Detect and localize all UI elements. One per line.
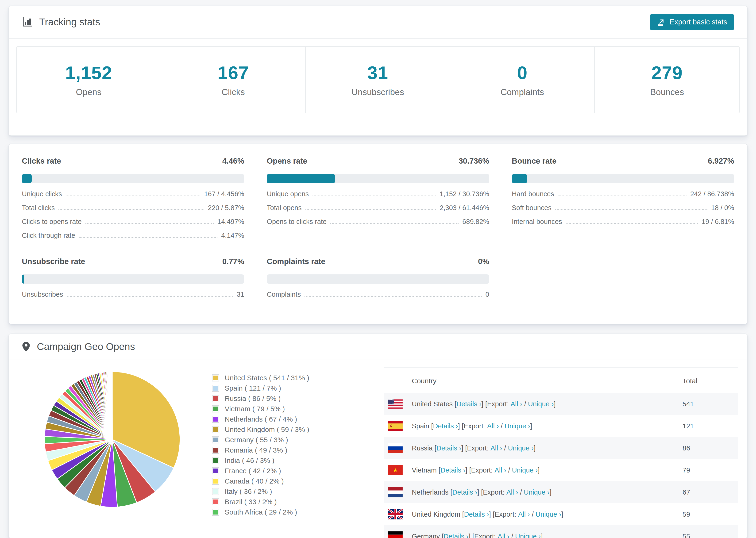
details-link[interactable]: Details › (464, 511, 489, 518)
rate-row-label: Total opens (267, 204, 301, 212)
flag-es-icon (388, 421, 403, 431)
rate-row-value: 220 / 5.87% (208, 204, 244, 212)
rate-row-label: Total clicks (22, 204, 55, 212)
rate-row-label: Unsubscribes (22, 291, 63, 298)
export-unique-link[interactable]: Unique › (515, 533, 541, 538)
legend-item: Italy ( 36 / 2% ) (212, 486, 365, 497)
rate-row-value: 689.82% (462, 218, 489, 226)
legend-swatch (212, 436, 219, 443)
export-all-link[interactable]: All › (495, 466, 506, 474)
country-name: Germany (412, 533, 440, 538)
stats-summary: 1,152 Opens 167 Clicks 31 Unsubscribes 0… (16, 46, 740, 113)
country-name: Spain (412, 422, 429, 430)
export-all-link[interactable]: All › (487, 422, 499, 430)
export-unique-link[interactable]: Unique › (536, 511, 561, 518)
export-unique-link[interactable]: Unique › (505, 422, 530, 430)
export-all-link[interactable]: All › (498, 533, 510, 538)
export-all-link[interactable]: All › (507, 488, 518, 496)
export-all-link[interactable]: All › (490, 444, 502, 452)
export-unique-link[interactable]: Unique › (524, 488, 550, 496)
rate-value: 30.736% (459, 157, 489, 166)
flag-vn-icon (388, 465, 403, 475)
geo-table-body: United States [Details ›] [Export: All ›… (384, 393, 738, 538)
details-link[interactable]: Details › (433, 422, 458, 430)
stat-value: 31 (367, 62, 388, 83)
rate-title: Complaints rate (267, 257, 325, 266)
country-total: 59 (682, 511, 738, 518)
rate-row: Unique clicks 167 / 4.456% (22, 187, 244, 201)
legend-item: Netherlands ( 67 / 4% ) (212, 414, 365, 424)
details-link[interactable]: Details › (441, 466, 465, 474)
rate-row-value: 1,152 / 30.736% (440, 190, 489, 198)
rate-row-value: 18 / 0% (711, 204, 734, 212)
country-name: United States (412, 400, 453, 408)
stat-card: 0 Complaints (450, 47, 595, 113)
geo-title: Campaign Geo Opens (22, 341, 135, 352)
details-link[interactable]: Details › (457, 400, 481, 408)
stat-card: 279 Bounces (595, 47, 739, 113)
stat-label: Opens (76, 87, 101, 97)
legend-label: United States ( 541 / 31% ) (225, 374, 309, 382)
rate-row: Click through rate 4.147% (22, 229, 244, 242)
progress-bar (22, 174, 244, 183)
country-total: 86 (682, 444, 738, 452)
rate-row-value: 242 / 86.738% (690, 190, 734, 198)
page-title: Tracking stats (39, 17, 100, 28)
column-header-total: Total (682, 377, 738, 385)
details-link[interactable]: Details › (453, 488, 477, 496)
rate-row-label: Unique clicks (22, 190, 62, 198)
progress-bar-fill (22, 174, 32, 183)
progress-bar-fill (512, 174, 527, 183)
rate-row: Clicks to opens rate 14.497% (22, 215, 244, 229)
export-unique-link[interactable]: Unique › (512, 466, 538, 474)
dotted-leader (558, 195, 686, 196)
rate-panel: Opens rate 30.736% Unique opens 1,152 / … (267, 157, 489, 242)
flag-nl-icon (388, 487, 403, 497)
export-all-link[interactable]: All › (511, 400, 522, 408)
stat-card: 1,152 Opens (17, 47, 161, 113)
legend-swatch (212, 374, 219, 381)
legend-swatch (212, 498, 219, 506)
legend-item: South Africa ( 29 / 2% ) (212, 507, 365, 517)
rate-panel: Complaints rate 0% Complaints 0 (267, 257, 489, 301)
table-row: United States [Details ›] [Export: All ›… (384, 393, 738, 415)
export-unique-link[interactable]: Unique › (528, 400, 554, 408)
map-marker-icon (22, 341, 30, 352)
tracking-stats-card: Tracking stats Export basic stats 1,152 … (9, 6, 747, 136)
details-link[interactable]: Details › (436, 444, 461, 452)
rates-card: Clicks rate 4.46% Unique clicks 167 / 4.… (9, 144, 747, 324)
legend-item: United States ( 541 / 31% ) (212, 373, 365, 383)
legend-item: Romania ( 49 / 3% ) (212, 445, 365, 456)
stat-card: 167 Clicks (161, 47, 306, 113)
legend-label: Germany ( 55 / 3% ) (225, 436, 288, 444)
export-unique-link[interactable]: Unique › (508, 444, 534, 452)
rate-title: Opens rate (267, 157, 307, 166)
rate-row-value: 14.497% (217, 218, 244, 226)
dotted-leader (305, 209, 436, 210)
legend-label: Italy ( 36 / 2% ) (225, 488, 272, 496)
table-row: Vietnam [Details ›] [Export: All › / Uni… (384, 459, 738, 481)
rate-title: Unsubscribe rate (22, 257, 85, 266)
legend-label: France ( 42 / 2% ) (225, 467, 281, 475)
legend-swatch (212, 416, 219, 423)
stat-value: 167 (218, 62, 249, 83)
details-link[interactable]: Details › (444, 533, 468, 538)
geo-table: Country Total United States [Details ›] … (384, 367, 738, 538)
rate-value: 0% (478, 257, 489, 266)
export-basic-stats-button[interactable]: Export basic stats (650, 14, 734, 30)
stat-label: Bounces (650, 87, 684, 97)
dotted-leader (67, 296, 233, 297)
stat-card: 31 Unsubscribes (306, 47, 450, 113)
export-icon (657, 18, 665, 26)
progress-bar (22, 274, 244, 284)
stat-label: Complaints (501, 87, 544, 97)
geo-card: Campaign Geo Opens United States ( 541 /… (9, 334, 747, 538)
export-all-link[interactable]: All › (518, 511, 530, 518)
legend-swatch (212, 405, 219, 412)
dotted-leader (566, 223, 698, 224)
geo-pie-chart[interactable] (22, 360, 203, 512)
dotted-leader (330, 223, 459, 224)
rate-row: Hard bounces 242 / 86.738% (512, 187, 734, 201)
legend-label: United Kingdom ( 59 / 3% ) (225, 426, 309, 434)
legend-swatch (212, 447, 219, 454)
